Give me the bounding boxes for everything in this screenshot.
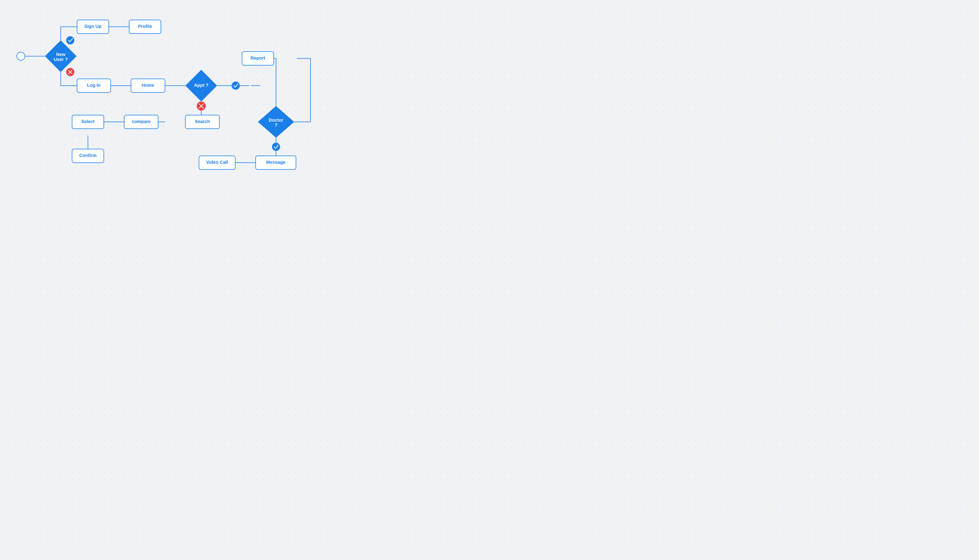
confirm-label: Confirm xyxy=(79,153,97,158)
select-label: Select xyxy=(81,119,95,124)
profile-label: Profile xyxy=(138,24,152,29)
line-report-loop xyxy=(294,58,310,122)
doctor-label2: ? xyxy=(275,123,277,128)
message-label: Message xyxy=(266,160,285,165)
signup-label: Sign Up xyxy=(84,24,102,29)
report-label: Report xyxy=(251,55,265,60)
videocall-label: Video Call xyxy=(206,160,228,165)
search-label: Search xyxy=(195,119,210,124)
doctor-yes-check xyxy=(272,143,280,151)
new-user-label: New xyxy=(56,52,65,57)
start-node xyxy=(17,52,25,60)
home-label: Home xyxy=(142,83,154,88)
doctor-label: Doctor xyxy=(269,118,284,123)
compare-label: compare xyxy=(132,119,150,124)
new-user-label2: User ? xyxy=(54,57,68,62)
login-label: Log In xyxy=(87,83,101,88)
line-doctor-to-report xyxy=(265,58,276,106)
appt-yes-check xyxy=(232,82,240,90)
appt-label: Appt ? xyxy=(194,83,208,88)
new-user-yes-check xyxy=(66,36,74,44)
flowchart-diagram: New User ? Sign Up Profile Log In Home A… xyxy=(0,0,326,187)
